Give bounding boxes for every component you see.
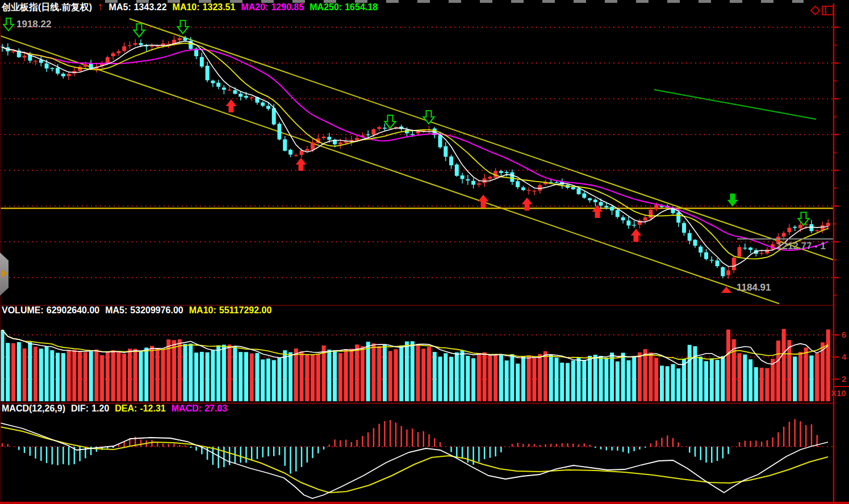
ma5-line xyxy=(2,41,828,267)
low-price-marker: 1184.91 xyxy=(737,282,771,293)
volume-ma5-readout: MA5: 53209976.00 xyxy=(105,305,183,316)
ma10-label: MA10: xyxy=(173,2,200,12)
macd-label: MACD: xyxy=(172,404,202,414)
expand-right-icon xyxy=(2,270,7,278)
trendlines xyxy=(0,19,834,304)
dea-label: DEA: xyxy=(115,404,137,414)
trendline-channel-upper xyxy=(129,19,834,260)
trend-up-arrow-icon: ↑ xyxy=(98,2,103,11)
volume-readout: VOLUME: 62902640.00 xyxy=(2,305,99,316)
dea-readout: DEA: -12.31 xyxy=(115,404,165,414)
dea-value: -12.31 xyxy=(140,404,165,414)
ma10-value: 1323.51 xyxy=(203,2,236,12)
ma10-line xyxy=(2,43,828,259)
dea-line xyxy=(0,427,828,493)
volume-ma10-value: 55117292.00 xyxy=(219,305,272,316)
axis-and-borders xyxy=(0,3,849,504)
macd-readout: MACD: 27.03 xyxy=(172,404,227,414)
ma20-value: 1290.85 xyxy=(271,2,304,12)
volume-axis-label-2: 2 xyxy=(842,374,846,384)
volume-value: 62902640.00 xyxy=(47,305,99,316)
ma5-label: MA5: xyxy=(109,2,131,12)
high-price-marker: 1918.22 xyxy=(16,19,51,30)
macd-pane-header: MACD(12,26,9) DIF: 1.20 DEA: -12.31 MACD… xyxy=(2,404,227,414)
dif-label: DIF: xyxy=(71,404,89,414)
volume-pane-header: VOLUME: 62902640.00 MA5: 53209976.00 MA1… xyxy=(2,305,271,316)
range-annotation: 1212.77 - 1 xyxy=(777,241,834,252)
ma5-readout: MA5: 1343.22 xyxy=(109,2,167,12)
volume-ma5-value: 53209976.00 xyxy=(130,305,183,316)
dif-readout: DIF: 1.20 xyxy=(71,404,109,414)
ma250-value: 1654.18 xyxy=(345,2,378,12)
candles xyxy=(1,34,830,279)
volume-ma10-label: MA10: xyxy=(189,305,216,316)
ma20-readout: MA20: 1290.85 xyxy=(241,2,304,12)
volume-ma10-readout: MA10: 55117292.00 xyxy=(189,305,272,316)
ma20-label: MA20: xyxy=(241,2,268,12)
ma250-readout: MA250: 1654.18 xyxy=(310,2,378,12)
macd-value: 27.03 xyxy=(204,404,227,414)
volume-axis-label-4: 4 xyxy=(842,352,846,362)
ma10-readout: MA10: 1323.51 xyxy=(173,2,236,12)
volume-label: VOLUME: xyxy=(2,305,44,316)
volume-axis-multiplier: X10 xyxy=(831,388,846,398)
macd-params: MACD(12,26,9) xyxy=(2,404,65,414)
trendline-channel-lower xyxy=(0,36,779,304)
ma250-label: MA250: xyxy=(310,2,342,12)
trendline-ma250-segment xyxy=(654,90,816,119)
instrument-title: 创业板指(日线.前复权) xyxy=(2,2,92,14)
trading-terminal: 创业板指(日线.前复权) ↑ MA5: 1343.22 MA10: 1323.5… xyxy=(0,0,849,504)
volume-bars xyxy=(1,329,830,401)
volume-ma5-label: MA5: xyxy=(105,305,127,316)
main-chart-header: 创业板指(日线.前复权) ↑ MA5: 1343.22 MA10: 1323.5… xyxy=(2,2,378,14)
ma5-value: 1343.22 xyxy=(134,2,167,12)
dif-line xyxy=(0,423,828,498)
dif-value: 1.20 xyxy=(91,404,109,414)
volume-axis-label-6: 6 xyxy=(842,330,846,339)
chart-canvas[interactable] xyxy=(0,0,849,504)
ma20-line xyxy=(2,47,828,250)
